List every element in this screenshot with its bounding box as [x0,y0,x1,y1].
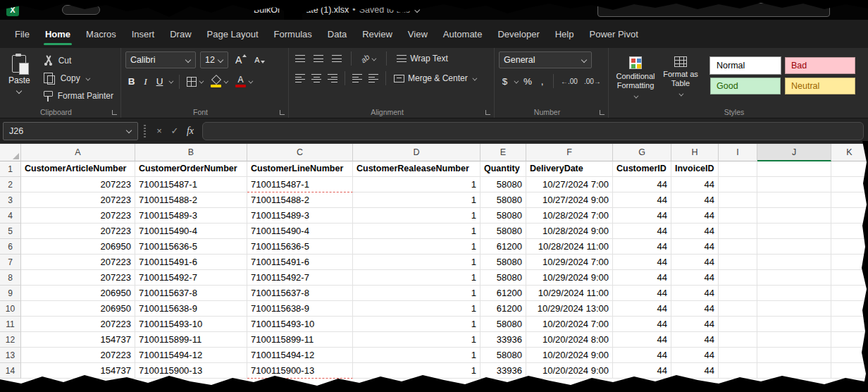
cell[interactable]: 61200 [480,286,526,301]
row-header-1[interactable]: 1 [0,161,21,177]
cell[interactable]: 10/29/2024 9:00 [526,270,613,286]
cell[interactable]: 207223 [21,192,135,208]
cell[interactable] [757,270,831,286]
cell[interactable]: 207223 [21,177,135,192]
increase-font-size-button[interactable]: A [232,53,247,67]
row-header-2[interactable]: 2 [0,177,21,192]
cell[interactable]: 7100115638-9 [247,301,353,317]
cell[interactable]: 10/20/2024 7:00 [526,317,613,332]
cell[interactable] [719,332,757,348]
row-header-14[interactable]: 14 [0,363,21,379]
cell[interactable]: 44 [613,286,671,301]
title-chevron-down-icon[interactable] [414,7,420,13]
tab-automate[interactable]: Automate [435,20,490,48]
cell[interactable]: 44 [671,192,719,208]
row-header-7[interactable]: 7 [0,255,21,270]
number-dialog-launcher-icon[interactable] [600,110,604,115]
increase-decimal-button[interactable]: ←.00 [559,76,580,87]
cell[interactable] [831,161,868,177]
cell[interactable]: 58080 [480,255,526,270]
cell[interactable]: 206950 [21,301,135,317]
bold-button[interactable]: B [125,75,137,89]
cell[interactable] [719,317,757,332]
column-header-A[interactable]: A [21,144,135,161]
cell[interactable] [757,161,831,177]
cell[interactable]: 1 [353,301,480,317]
row-header-9[interactable]: 9 [0,286,21,301]
cell[interactable]: 44 [613,348,671,363]
number-format-select[interactable]: General [499,51,592,68]
cell[interactable]: 7100115488-2 [247,192,353,208]
cell[interactable]: CustomerOrderNumber [135,161,247,177]
cell[interactable]: 10/29/2024 7:00 [526,255,613,270]
search-box[interactable] [597,3,830,17]
cell[interactable]: 1 [353,348,480,363]
cell[interactable]: 10/20/2024 9:00 [526,363,613,379]
align-center-button[interactable] [309,72,323,85]
cell[interactable]: 33936 [480,332,526,348]
cell[interactable] [831,239,868,255]
cell[interactable] [719,270,757,286]
cell[interactable] [719,255,757,270]
column-header-K[interactable]: K [831,144,868,161]
cell[interactable] [831,192,868,208]
cell[interactable]: 1 [353,208,480,223]
cell[interactable]: 7100115487-1 [135,177,247,192]
cell[interactable]: 10/20/2024 8:00 [526,332,613,348]
borders-button[interactable] [185,75,206,88]
cell[interactable] [719,286,757,301]
cell[interactable]: 1 [353,332,480,348]
excel-logo-icon[interactable]: X [6,4,19,16]
comma-style-button[interactable]: , [536,74,548,88]
cell[interactable]: 7100115900-13 [247,363,353,379]
row-header-10[interactable]: 10 [0,301,21,317]
underline-button[interactable]: U [154,75,166,89]
cell[interactable]: InvoiceID [671,161,719,177]
row-header-5[interactable]: 5 [0,223,21,239]
cell[interactable] [831,223,868,239]
cell[interactable]: 44 [671,317,719,332]
decrease-indent-button[interactable] [350,72,364,85]
cell[interactable]: 7100115638-9 [135,301,247,317]
cell[interactable] [757,255,831,270]
cell[interactable]: 44 [671,177,719,192]
cell[interactable] [831,332,868,348]
cell[interactable] [757,317,831,332]
cell[interactable]: 207223 [21,270,135,286]
cell[interactable]: 10/27/2024 7:00 [526,177,613,192]
cell[interactable]: 7100115491-6 [135,255,247,270]
cell[interactable]: 7100115637-8 [135,286,247,301]
cell[interactable]: 7100115637-8 [247,286,353,301]
cell[interactable]: 154737 [21,332,135,348]
insert-function-button[interactable]: fx [182,125,198,137]
font-color-button[interactable]: A [233,74,256,89]
formula-input[interactable] [202,122,864,140]
tab-insert[interactable]: Insert [124,20,163,48]
select-all-corner[interactable] [0,144,21,161]
cell[interactable] [831,177,868,192]
cell[interactable]: CustomerRealeaseNumber [353,161,480,177]
font-dialog-launcher-icon[interactable] [280,110,285,115]
cancel-button[interactable]: × [151,125,167,136]
align-bottom-button[interactable] [330,52,344,65]
cell[interactable]: 154737 [21,363,135,379]
cell[interactable]: 44 [671,255,719,270]
cell[interactable]: 7100115493-10 [247,317,353,332]
row-header-12[interactable]: 12 [0,332,21,348]
formula-bar-handle[interactable] [144,125,146,137]
cell[interactable] [831,348,868,363]
cell[interactable]: 58080 [480,348,526,363]
cell[interactable] [719,161,757,177]
cell[interactable] [719,177,757,192]
cell[interactable]: 44 [671,332,719,348]
cell[interactable]: 10/28/2024 11:00 [526,239,613,255]
cell[interactable]: 44 [613,177,671,192]
format-as-table-button[interactable]: Format as Table [658,51,703,109]
cell[interactable]: 7100115636-5 [247,239,353,255]
orientation-button[interactable]: ab [359,53,379,64]
increase-indent-button[interactable] [366,72,380,85]
tab-help[interactable]: Help [547,20,582,48]
cell[interactable]: 7100115489-3 [247,208,353,223]
cell[interactable]: 7100115490-4 [247,223,353,239]
row-header-4[interactable]: 4 [0,208,21,223]
